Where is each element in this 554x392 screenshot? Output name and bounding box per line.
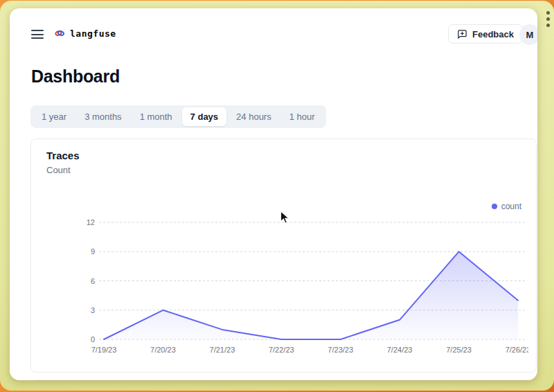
- svg-text:3: 3: [91, 306, 95, 314]
- user-avatar[interactable]: M: [519, 24, 537, 45]
- feedback-button-label: Feedback: [472, 29, 514, 39]
- svg-text:6: 6: [91, 277, 95, 285]
- time-range-tabbar: 1 year 3 months 1 month 7 days 24 hours …: [30, 105, 326, 128]
- brand: langfuse: [54, 28, 116, 39]
- app-window: langfuse Feedback M Dashboard 1 year 3 m…: [10, 8, 537, 380]
- tab-1-year[interactable]: 1 year: [33, 107, 75, 126]
- svg-text:7/25/23: 7/25/23: [446, 346, 472, 354]
- feedback-button[interactable]: Feedback: [448, 24, 523, 44]
- brand-wordmark: langfuse: [70, 28, 116, 39]
- svg-text:7/20/23: 7/20/23: [150, 346, 176, 354]
- svg-text:12: 12: [87, 218, 95, 226]
- svg-text:7/22/23: 7/22/23: [269, 346, 294, 354]
- svg-text:7/26/23: 7/26/23: [506, 346, 528, 354]
- tab-24-hours[interactable]: 24 hours: [228, 107, 280, 126]
- traces-card-subtitle: Count: [46, 165, 71, 175]
- traces-area-chart: 0369127/19/237/20/237/21/237/22/237/23/2…: [64, 217, 528, 362]
- page-title: Dashboard: [31, 66, 120, 87]
- langfuse-knot-logo-icon: [54, 28, 65, 39]
- svg-text:7/21/23: 7/21/23: [210, 346, 235, 354]
- svg-text:9: 9: [91, 247, 95, 256]
- frame-grip-dot: [546, 24, 550, 27]
- frame-grip-dot: [546, 17, 550, 21]
- svg-text:7/24/23: 7/24/23: [387, 346, 413, 354]
- tab-1-hour[interactable]: 1 hour: [281, 107, 323, 126]
- tab-7-days[interactable]: 7 days: [182, 107, 226, 126]
- next-card-top-edge: [30, 380, 537, 380]
- traces-chart-area: 0369127/19/237/20/237/21/237/22/237/23/2…: [64, 217, 528, 362]
- chart-legend: count: [492, 202, 521, 211]
- svg-text:7/23/23: 7/23/23: [328, 346, 353, 354]
- tab-1-month[interactable]: 1 month: [132, 107, 181, 126]
- traces-card: Traces Count count 0369127/19/237/20/237…: [30, 139, 537, 373]
- svg-text:7/19/23: 7/19/23: [91, 346, 117, 354]
- tab-3-months[interactable]: 3 months: [76, 107, 129, 126]
- legend-count-dot-icon: [492, 204, 497, 209]
- traces-card-title: Traces: [46, 150, 80, 161]
- svg-text:0: 0: [91, 335, 95, 344]
- message-square-plus-icon: [457, 29, 467, 39]
- legend-count-label: count: [501, 202, 521, 211]
- menu-hamburger-icon[interactable]: [31, 30, 44, 39]
- frame-grip-dot: [546, 11, 550, 15]
